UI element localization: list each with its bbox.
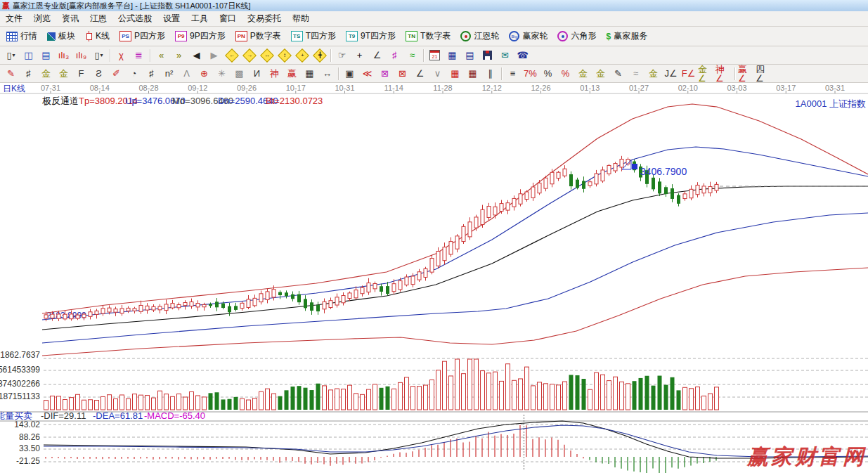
percent-line-button[interactable]: %: [557, 66, 574, 82]
menu-browse[interactable]: 浏览: [28, 11, 56, 26]
menu-settings[interactable]: 设置: [157, 11, 186, 26]
menu-formula-picker[interactable]: 公式选股: [112, 11, 157, 26]
mirror-fold-button[interactable]: Λ: [178, 66, 195, 82]
circle-cross-button[interactable]: ⊕: [195, 66, 213, 82]
zigzag-wave-button[interactable]: ∨: [429, 66, 446, 82]
last-page-button[interactable]: »: [170, 48, 188, 63]
menu-file[interactable]: 文件: [0, 11, 28, 26]
price-grid-a-button[interactable]: ▦: [446, 66, 464, 82]
next-bar-button[interactable]: ▶: [205, 48, 223, 63]
hexagon-label: 六角形: [571, 30, 596, 42]
toolbar-t9-square[interactable]: T99T四方形: [342, 28, 400, 44]
comb-grid-2-button[interactable]: ♯: [143, 66, 160, 82]
minor-cycle-3-button[interactable]: ılı₃: [55, 48, 72, 63]
menu-news[interactable]: 资讯: [56, 11, 84, 26]
draw-pen-button[interactable]: ✎: [2, 66, 20, 82]
pan-hand-button[interactable]: ☞: [333, 48, 351, 63]
prev-bar-button[interactable]: ◀: [188, 48, 205, 63]
fan-lines-button[interactable]: ≪: [358, 66, 376, 82]
info-panel-button[interactable]: ▤: [37, 48, 55, 63]
candle-style-dropdown-button[interactable]: ▯▾: [90, 48, 108, 63]
ray-burst-button[interactable]: ✳: [213, 66, 231, 82]
menu-tools[interactable]: 工具: [186, 11, 214, 26]
bar-count-button[interactable]: ≡: [504, 66, 522, 82]
angle-measure-button[interactable]: ∠: [368, 48, 386, 63]
toolbar-kline[interactable]: K线: [81, 28, 114, 44]
toolbar-hexagon[interactable]: 六角形: [553, 28, 600, 44]
time-compass-button[interactable]: ◔: [125, 66, 143, 82]
menu-window[interactable]: 窗口: [214, 11, 242, 26]
notch-line-button[interactable]: И: [248, 66, 266, 82]
window-layout-button[interactable]: ◫: [20, 48, 37, 63]
remote-service-button[interactable]: ☎: [514, 48, 531, 63]
boxed-burst-button[interactable]: ▩: [231, 66, 248, 82]
shift-left-button[interactable]: ←: [223, 48, 240, 63]
toolbar-sectors[interactable]: 板块: [43, 28, 79, 44]
zigzag-wave-icon: ∨: [434, 69, 441, 78]
zoom-horizontal-button[interactable]: ↔: [258, 48, 276, 63]
volume-profile-button[interactable]: ≣: [130, 48, 148, 63]
gold-angle-box-button[interactable]: 金: [644, 66, 662, 82]
toolbar-quotes[interactable]: 行情: [2, 28, 41, 44]
wave-circle-button[interactable]: ≈: [627, 66, 644, 82]
gold-grid-b-button[interactable]: 金: [55, 66, 72, 82]
toolbar-gann-wheel[interactable]: 江恩轮: [456, 28, 503, 44]
menu-gann[interactable]: 江恩: [84, 11, 112, 26]
span-arrows-button[interactable]: ↔: [318, 66, 336, 82]
f-angle-button[interactable]: F∠: [680, 66, 697, 82]
gold-grid-a-button[interactable]: 金: [37, 66, 55, 82]
gold-angle-button[interactable]: 金∠: [697, 66, 715, 82]
si-angle-button[interactable]: 四∠: [755, 66, 772, 82]
comb-grid-button[interactable]: ♯: [20, 66, 37, 82]
gold-circle-button[interactable]: 金: [574, 66, 592, 82]
kline-chart-canvas[interactable]: 07-3108-1408-2809-1209-2610-1710-3111-14…: [0, 83, 868, 473]
calendar-button[interactable]: 21: [426, 48, 443, 63]
toolbar-p9-square[interactable]: P99P四方形: [171, 28, 230, 44]
angle-set-button[interactable]: ∠: [411, 66, 429, 82]
zoom-all-button[interactable]: ╋: [311, 48, 328, 63]
toolbar-winner-wheel[interactable]: Big赢家轮: [505, 28, 552, 44]
shen-angle-button[interactable]: 神∠: [715, 66, 732, 82]
first-page-button[interactable]: «: [153, 48, 170, 63]
toolbar-p-number-table[interactable]: PNP数字表: [231, 28, 285, 44]
toolbar-winner-service[interactable]: $赢家服务: [602, 28, 652, 44]
grid-overlay-button[interactable]: ♯: [386, 48, 403, 63]
notepad-button[interactable]: ▤: [461, 48, 479, 63]
crosshair-button[interactable]: +: [351, 48, 368, 63]
parallel-lines-button[interactable]: ∥: [481, 66, 499, 82]
pen-ruler-button[interactable]: ✐: [108, 66, 125, 82]
box-ruler-button[interactable]: ▣: [341, 66, 358, 82]
shift-right-button[interactable]: →: [240, 48, 258, 63]
spiral-grid-button[interactable]: Ƨ: [90, 66, 108, 82]
percent-button[interactable]: %: [539, 66, 557, 82]
calculator-button[interactable]: ▦: [443, 48, 461, 63]
gann-swing-button[interactable]: χ: [112, 48, 130, 63]
j-angle-button[interactable]: J∠: [662, 66, 680, 82]
toolbar-p-square[interactable]: PSP四方形: [115, 28, 169, 44]
dense-grid-button[interactable]: ▦: [301, 66, 318, 82]
gold-line-button[interactable]: 金: [592, 66, 609, 82]
ying-angle-button[interactable]: 赢∠: [737, 66, 755, 82]
toolbar-t-number-table[interactable]: TNT数字表: [401, 28, 455, 44]
ink-pen-button[interactable]: ✎: [609, 66, 627, 82]
f-grid-button[interactable]: F: [72, 66, 90, 82]
shen-grid-button[interactable]: 神: [266, 66, 283, 82]
kline-period-dropdown-button[interactable]: ▯▾: [2, 48, 20, 63]
menu-help[interactable]: 帮助: [287, 11, 315, 26]
price-grid-b-button[interactable]: ▦: [464, 66, 481, 82]
zoom-horizontal-icon: ↔: [260, 48, 274, 63]
percent-strike-button[interactable]: 7%: [522, 66, 539, 82]
zoom-in-button[interactable]: +: [293, 48, 311, 63]
n-square-button[interactable]: n²: [160, 66, 178, 82]
zoom-vertical-button[interactable]: ↕: [276, 48, 293, 63]
toolbar-t-square[interactable]: TST四方形: [287, 28, 340, 44]
save-button[interactable]: [479, 48, 496, 63]
box-fan-magenta-button[interactable]: ⊠: [376, 66, 394, 82]
wave-overlay-button[interactable]: ≈: [403, 48, 421, 63]
menu-trading[interactable]: 交易委托: [242, 11, 287, 26]
box-fan-red-button[interactable]: ⊠: [394, 66, 411, 82]
minor-cycle-9-button[interactable]: ılı₉: [72, 48, 90, 63]
mail-button[interactable]: ✉: [496, 48, 514, 63]
chart-area[interactable]: 07-3108-1408-2809-1209-2610-1710-3111-14…: [0, 83, 868, 473]
ying-grid-button[interactable]: 赢: [283, 66, 301, 82]
